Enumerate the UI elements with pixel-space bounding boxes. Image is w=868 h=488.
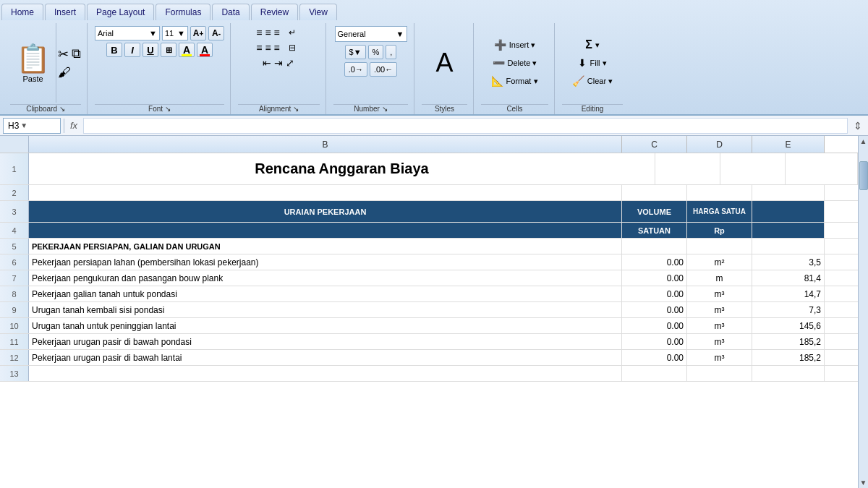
align-top-left-btn[interactable]: ≡ bbox=[255, 26, 263, 39]
decrease-font-btn[interactable]: A- bbox=[208, 26, 224, 40]
bold-button[interactable]: B bbox=[106, 43, 122, 57]
tab-insert[interactable]: Insert bbox=[45, 4, 85, 20]
cell-6d[interactable]: m² bbox=[687, 254, 752, 270]
cell-12d[interactable]: m³ bbox=[687, 350, 752, 365]
underline-button[interactable]: U bbox=[142, 43, 158, 57]
header-harga[interactable]: HARGA SATUA bbox=[687, 201, 752, 222]
header-e[interactable] bbox=[752, 201, 825, 222]
cell-11d[interactable]: m³ bbox=[687, 334, 752, 349]
insert-btn[interactable]: ➕ Insert ▾ bbox=[491, 37, 539, 53]
cell-7b[interactable]: Pekerjaan pengukuran dan pasangan bouw p… bbox=[29, 270, 622, 286]
cell-12e[interactable]: 185,2 bbox=[752, 350, 825, 365]
merge-btn[interactable]: ⊟ bbox=[282, 41, 302, 54]
expand-formula-bar-btn[interactable]: ⇕ bbox=[851, 120, 865, 132]
font-name-dropdown[interactable]: Arial ▼ bbox=[95, 26, 160, 40]
cell-10e[interactable]: 145,6 bbox=[752, 318, 825, 333]
cell-8b[interactable]: Pekerjaan galian tanah untuk pondasi bbox=[29, 286, 622, 301]
vertical-scrollbar[interactable]: ▲ ▼ bbox=[858, 136, 868, 488]
tab-review[interactable]: Review bbox=[251, 4, 298, 20]
cell-9c[interactable]: 0.00 bbox=[622, 302, 687, 317]
cell-9b[interactable]: Urugan tanah kembali sisi pondasi bbox=[29, 302, 622, 317]
number-format-dropdown[interactable]: General ▼ bbox=[335, 26, 407, 42]
fill-btn[interactable]: ⬇ Fill ▾ bbox=[575, 55, 609, 71]
scroll-down-arrow[interactable]: ▼ bbox=[859, 477, 868, 488]
cell-9e[interactable]: 7,3 bbox=[752, 302, 825, 317]
increase-decimal-btn[interactable]: .00← bbox=[370, 62, 397, 77]
font-color-highlight-btn[interactable]: A bbox=[179, 43, 195, 57]
col-header-c[interactable]: C bbox=[622, 136, 687, 153]
cell-7d[interactable]: m bbox=[687, 270, 752, 286]
section-header-5[interactable]: PEKERJAAN PERSIAPAN, GALIAN DAN URUGAN bbox=[29, 239, 622, 254]
cell-2d[interactable] bbox=[687, 185, 752, 200]
cell-12b[interactable]: Pekerjaan urugan pasir di bawah lantai bbox=[29, 350, 622, 365]
col-header-e[interactable]: E bbox=[752, 136, 825, 153]
align-center-btn[interactable]: ≡ bbox=[264, 41, 271, 54]
cell-5e[interactable] bbox=[752, 239, 825, 254]
cell-13d[interactable] bbox=[687, 366, 752, 381]
cell-7e[interactable]: 81,4 bbox=[752, 270, 825, 286]
cell-12c[interactable]: 0.00 bbox=[622, 350, 687, 365]
cell-6b[interactable]: Pekerjaan persiapan lahan (pembersihan l… bbox=[29, 254, 622, 270]
subheader-satuan[interactable]: SATUAN bbox=[622, 223, 687, 238]
format-btn[interactable]: 📐 Format ▾ bbox=[488, 73, 542, 89]
cell-2e[interactable] bbox=[752, 185, 825, 200]
tab-home[interactable]: Home bbox=[1, 4, 43, 20]
currency-btn[interactable]: $▼ bbox=[345, 45, 366, 59]
formula-input[interactable] bbox=[83, 118, 848, 134]
cut-icon[interactable]: ✂ bbox=[58, 46, 69, 62]
percent-btn[interactable]: % bbox=[368, 45, 384, 59]
subheader-e[interactable] bbox=[752, 223, 825, 238]
cell-8c[interactable]: 0.00 bbox=[622, 286, 687, 301]
font-size-dropdown[interactable]: 11 ▼ bbox=[162, 26, 188, 40]
font-color-btn[interactable]: A bbox=[197, 43, 213, 57]
cell-5c[interactable] bbox=[622, 239, 687, 254]
cell-11e[interactable]: 185,2 bbox=[752, 334, 825, 349]
copy-icon[interactable]: ⧉ bbox=[72, 46, 81, 62]
tab-data[interactable]: Data bbox=[212, 4, 249, 20]
delete-btn[interactable]: ➖ Delete ▾ bbox=[490, 55, 540, 71]
comma-btn[interactable]: , bbox=[386, 45, 396, 59]
align-left-btn[interactable]: ≡ bbox=[255, 41, 263, 54]
subheader-rp[interactable]: Rp bbox=[687, 223, 752, 238]
cell-13b[interactable] bbox=[29, 366, 622, 381]
cell-2c[interactable] bbox=[622, 185, 687, 200]
tab-page-layout[interactable]: Page Layout bbox=[87, 4, 154, 20]
header-volume[interactable]: VOLUME bbox=[622, 201, 687, 222]
format-painter-icon[interactable]: 🖌 bbox=[58, 65, 71, 80]
increase-indent-btn[interactable]: ⇥ bbox=[273, 56, 284, 69]
col-header-b[interactable]: B bbox=[29, 136, 622, 153]
decrease-decimal-btn[interactable]: .0→ bbox=[344, 62, 367, 77]
clear-btn[interactable]: 🧹 Clear ▾ bbox=[569, 73, 616, 89]
col-header-d[interactable]: D bbox=[687, 136, 752, 153]
decrease-indent-btn[interactable]: ⇤ bbox=[262, 56, 272, 69]
cell-13c[interactable] bbox=[622, 366, 687, 381]
tab-view[interactable]: View bbox=[299, 4, 337, 20]
scroll-up-arrow[interactable]: ▲ bbox=[859, 136, 868, 147]
cell-6e[interactable]: 3,5 bbox=[752, 254, 825, 270]
subheader-b[interactable] bbox=[29, 223, 622, 238]
cell-2b[interactable] bbox=[29, 185, 622, 200]
italic-button[interactable]: I bbox=[124, 43, 140, 57]
header-uraian[interactable]: URAIAN PEKERJAAN bbox=[29, 201, 622, 222]
paste-button[interactable]: 📋 Paste bbox=[10, 23, 56, 103]
cell-10d[interactable]: m³ bbox=[687, 318, 752, 333]
conditional-formatting-btn[interactable]: A bbox=[435, 48, 453, 78]
increase-font-btn[interactable]: A+ bbox=[190, 26, 206, 40]
cell-9d[interactable]: m³ bbox=[687, 302, 752, 317]
cell-8e[interactable]: 14,7 bbox=[752, 286, 825, 301]
align-top-center-btn[interactable]: ≡ bbox=[264, 26, 271, 39]
cell-5d[interactable] bbox=[687, 239, 752, 254]
cell-7c[interactable]: 0.00 bbox=[622, 270, 687, 286]
align-top-right-btn[interactable]: ≡ bbox=[273, 26, 281, 39]
scroll-thumb[interactable] bbox=[859, 161, 868, 190]
cell-13e[interactable] bbox=[752, 366, 825, 381]
border-btn[interactable]: ⊞ bbox=[161, 43, 176, 57]
wrap-text-btn[interactable]: ↵ bbox=[282, 26, 302, 39]
cell-10b[interactable]: Urugan tanah untuk peninggian lantai bbox=[29, 318, 622, 333]
cell-6c[interactable]: 0.00 bbox=[622, 254, 687, 270]
tab-formulas[interactable]: Formulas bbox=[156, 4, 210, 20]
cell-reference-box[interactable]: H3 ▼ bbox=[3, 118, 61, 134]
autosum-btn[interactable]: Σ ▾ bbox=[582, 37, 603, 53]
cell-11b[interactable]: Pekerjaan urugan pasir di bawah pondasi bbox=[29, 334, 622, 349]
cell-10c[interactable]: 0.00 bbox=[622, 318, 687, 333]
